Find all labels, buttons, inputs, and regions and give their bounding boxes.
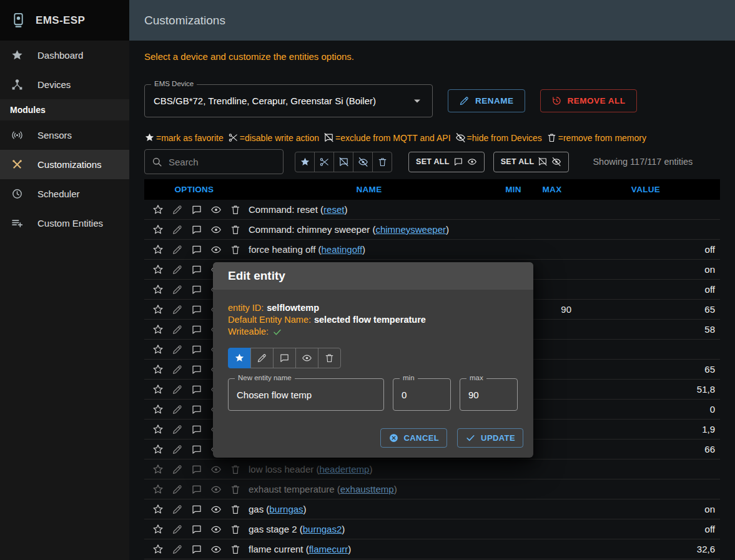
dialog-toggle-eye-button[interactable]	[295, 348, 318, 368]
favorite-star-button[interactable]	[148, 361, 167, 378]
edit-entity-button[interactable]	[167, 341, 187, 358]
remove-from-memory-button[interactable]	[225, 541, 245, 558]
edit-entity-button[interactable]	[167, 381, 187, 398]
mqtt-exclude-button[interactable]	[187, 501, 206, 518]
dialog-toggle-pencil-button[interactable]	[250, 348, 274, 368]
ems-device-select[interactable]: EMS Device CBS/GB*72, Trendline, Cerapur…	[144, 84, 433, 117]
mqtt-exclude-button[interactable]	[187, 321, 206, 338]
mqtt-exclude-button[interactable]	[187, 401, 206, 418]
favorite-star-button[interactable]	[148, 421, 167, 438]
edit-entity-button[interactable]	[167, 201, 187, 219]
entity-id-link[interactable]: reset	[323, 204, 344, 215]
remove-from-memory-button[interactable]	[225, 461, 245, 478]
remove-from-memory-button[interactable]	[225, 241, 245, 258]
mqtt-exclude-button[interactable]	[187, 361, 206, 378]
edit-entity-button[interactable]	[167, 261, 187, 278]
mqtt-exclude-button[interactable]	[187, 381, 206, 398]
min-field[interactable]: min0	[393, 378, 451, 411]
hide-from-devices-button[interactable]	[206, 481, 225, 498]
hide-from-devices-button[interactable]	[206, 541, 225, 558]
filter-eye-off-button[interactable]	[353, 152, 373, 172]
entity-id-link[interactable]: burngas2	[303, 524, 342, 534]
max-field[interactable]: max90	[460, 378, 518, 411]
mqtt-exclude-button[interactable]	[187, 341, 206, 358]
filter-scissors-button[interactable]	[314, 152, 334, 172]
update-button[interactable]: UPDATE	[457, 428, 523, 448]
remove-from-memory-button[interactable]	[225, 521, 245, 538]
edit-entity-button[interactable]	[167, 461, 187, 478]
set-all-button-2[interactable]: SET ALL	[493, 152, 570, 172]
favorite-star-button[interactable]	[148, 341, 167, 358]
sidebar-item-dashboard[interactable]: Dashboard	[0, 41, 129, 70]
hide-from-devices-button[interactable]	[206, 201, 225, 219]
edit-entity-button[interactable]	[167, 481, 187, 498]
sidebar-item-sensors[interactable]: Sensors	[0, 120, 129, 150]
favorite-star-button[interactable]	[148, 461, 167, 478]
favorite-star-button[interactable]	[148, 501, 167, 518]
mqtt-exclude-button[interactable]	[187, 221, 206, 238]
mqtt-exclude-button[interactable]	[187, 461, 206, 478]
favorite-star-button[interactable]	[148, 541, 167, 558]
hide-from-devices-button[interactable]	[206, 221, 225, 238]
filter-star-button[interactable]	[295, 152, 315, 172]
remove-from-memory-button[interactable]	[225, 481, 245, 498]
edit-entity-button[interactable]	[167, 421, 187, 438]
edit-entity-button[interactable]	[167, 321, 187, 338]
mqtt-exclude-button[interactable]	[187, 521, 206, 538]
hide-from-devices-button[interactable]	[206, 461, 225, 478]
favorite-star-button[interactable]	[148, 381, 167, 398]
hide-from-devices-button[interactable]	[206, 521, 225, 538]
sidebar-item-customizations[interactable]: Customizations	[0, 150, 129, 179]
favorite-star-button[interactable]	[148, 481, 167, 498]
entity-id-link[interactable]: headertemp	[319, 464, 369, 474]
search-input[interactable]	[169, 157, 277, 167]
sidebar-item-devices[interactable]: Devices	[0, 70, 129, 99]
favorite-star-button[interactable]	[148, 401, 167, 418]
favorite-star-button[interactable]	[148, 221, 167, 238]
edit-entity-button[interactable]	[167, 441, 187, 458]
mqtt-exclude-button[interactable]	[187, 241, 206, 258]
edit-entity-button[interactable]	[167, 301, 187, 318]
mqtt-exclude-button[interactable]	[187, 441, 206, 458]
favorite-star-button[interactable]	[148, 281, 167, 298]
remove-all-button[interactable]: REMOVE ALL	[540, 89, 637, 112]
filter-trash-button[interactable]	[372, 152, 392, 172]
entity-id-link[interactable]: chimneysweeper	[375, 224, 446, 235]
filter-msg-off-button[interactable]	[333, 152, 353, 172]
entity-id-link[interactable]: exhausttemp	[340, 484, 394, 494]
mqtt-exclude-button[interactable]	[187, 301, 206, 318]
sidebar-item-scheduler[interactable]: Scheduler	[0, 179, 129, 209]
dialog-toggle-msg-button[interactable]	[273, 348, 296, 368]
favorite-star-button[interactable]	[148, 261, 167, 278]
favorite-star-button[interactable]	[148, 241, 167, 258]
rename-button[interactable]: RENAME	[448, 89, 525, 112]
favorite-star-button[interactable]	[148, 321, 167, 338]
dialog-toggle-star-button[interactable]	[228, 348, 251, 368]
set-all-button-1[interactable]: SET ALL	[408, 152, 485, 172]
favorite-star-button[interactable]	[148, 441, 167, 458]
favorite-star-button[interactable]	[148, 301, 167, 318]
edit-entity-button[interactable]	[167, 501, 187, 518]
remove-from-memory-button[interactable]	[225, 221, 245, 238]
cancel-button[interactable]: CANCEL	[380, 428, 448, 448]
edit-entity-button[interactable]	[167, 521, 187, 538]
edit-entity-button[interactable]	[167, 281, 187, 298]
edit-entity-button[interactable]	[167, 361, 187, 378]
mqtt-exclude-button[interactable]	[187, 421, 206, 438]
mqtt-exclude-button[interactable]	[187, 541, 206, 558]
entity-id-link[interactable]: flamecurr	[309, 544, 348, 554]
remove-from-memory-button[interactable]	[225, 501, 245, 518]
favorite-star-button[interactable]	[148, 201, 167, 219]
mqtt-exclude-button[interactable]	[187, 481, 206, 498]
edit-entity-button[interactable]	[167, 241, 187, 258]
entity-id-link[interactable]: heatingoff	[321, 244, 362, 255]
mqtt-exclude-button[interactable]	[187, 261, 206, 278]
mqtt-exclude-button[interactable]	[187, 201, 206, 219]
search-field[interactable]	[144, 149, 284, 174]
edit-entity-button[interactable]	[167, 221, 187, 238]
hide-from-devices-button[interactable]	[206, 501, 225, 518]
edit-entity-button[interactable]	[167, 401, 187, 418]
entity-id-link[interactable]: burngas	[269, 504, 303, 514]
dialog-toggle-trash-button[interactable]	[318, 348, 341, 368]
hide-from-devices-button[interactable]	[206, 241, 225, 258]
